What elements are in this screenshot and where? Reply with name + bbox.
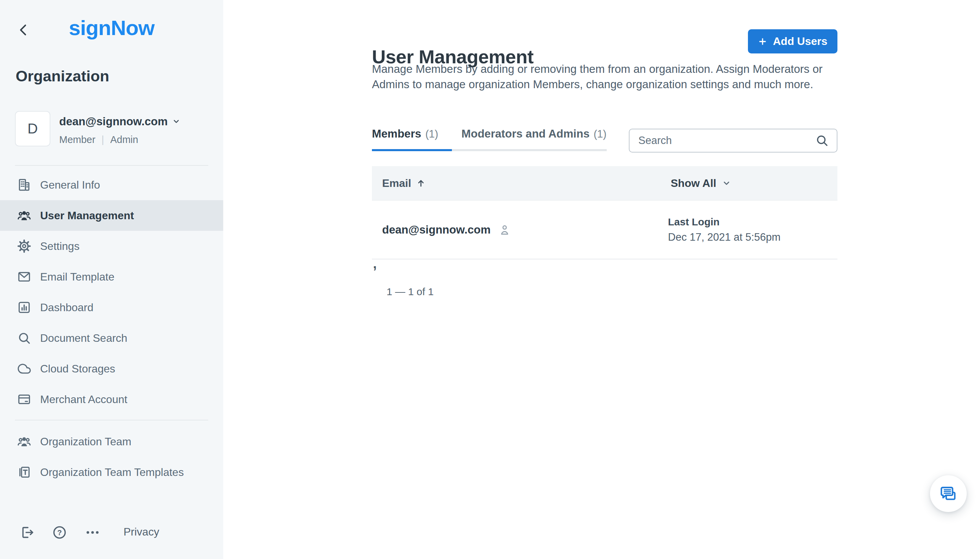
chevron-down-icon — [172, 117, 181, 126]
magnifier-icon — [16, 330, 32, 346]
sidebar-item-document-search[interactable]: Document Search — [0, 323, 223, 353]
last-login-value: Dec 17, 2021 at 5:56pm — [668, 231, 780, 243]
chevron-down-icon — [722, 179, 731, 188]
logout-icon — [19, 524, 35, 540]
search-input[interactable] — [638, 134, 810, 147]
sidebar-item-label: Document Search — [40, 332, 127, 344]
account-switcher[interactable]: dean@signnow.com — [59, 115, 181, 128]
sidebar-divider — [15, 165, 208, 166]
bar-chart-icon — [16, 299, 32, 315]
sidebar-item-label: Organization Team — [40, 435, 131, 448]
tabs: Members (1) Moderators and Admins (1) — [372, 127, 607, 151]
template-doc-icon — [16, 464, 32, 480]
account-roles: Member | Admin — [59, 134, 138, 146]
envelope-icon — [16, 269, 32, 284]
chat-icon — [939, 485, 957, 503]
show-all-dropdown[interactable]: Show All — [671, 166, 731, 200]
privacy-link[interactable]: Privacy — [124, 526, 159, 538]
search-box — [629, 129, 837, 152]
tab-moderators-and-admins[interactable]: Moderators and Admins (1) — [462, 127, 606, 151]
email-sort-header[interactable]: Email — [382, 166, 426, 200]
svg-text:?: ? — [57, 528, 62, 537]
arrow-up-icon — [416, 178, 426, 188]
sidebar-nav-secondary: Organization Team Organization Team Temp… — [0, 426, 223, 488]
credit-card-icon — [16, 392, 32, 407]
avatar: D — [15, 111, 50, 146]
logout-button[interactable] — [19, 524, 35, 541]
users-icon — [16, 208, 32, 223]
sidebar-item-user-management[interactable]: User Management — [0, 200, 223, 231]
add-users-label: Add Users — [773, 35, 827, 48]
member-email-cell: dean@signnow.com — [382, 200, 511, 259]
ellipsis-icon — [85, 524, 101, 540]
tab-members[interactable]: Members (1) — [372, 127, 452, 151]
sidebar-item-organization-team-templates[interactable]: Organization Team Templates — [0, 457, 223, 488]
gear-icon — [16, 238, 32, 254]
sidebar-item-label: Email Template — [40, 271, 114, 283]
sidebar-item-label: General Info — [40, 179, 100, 191]
building-icon — [16, 177, 32, 193]
email-header-label: Email — [382, 177, 411, 190]
tab-label: Moderators and Admins — [462, 127, 590, 140]
sidebar-item-label: Merchant Account — [40, 393, 127, 406]
sidebar-item-label: Settings — [40, 240, 80, 253]
pagination-status: 1 — 1 of 1 — [386, 286, 434, 298]
avatar-initial: D — [28, 121, 38, 137]
sidebar-item-label: Dashboard — [40, 301, 94, 314]
table-header: Email Show All — [372, 166, 837, 200]
tab-count: (1) — [426, 128, 438, 140]
stray-character: , — [373, 256, 377, 271]
sidebar-item-general-info[interactable]: General Info — [0, 170, 223, 200]
person-icon — [498, 223, 511, 236]
sidebar-item-cloud-storages[interactable]: Cloud Storages — [0, 353, 223, 384]
tab-count: (1) — [594, 128, 607, 140]
chat-fab-button[interactable] — [930, 475, 967, 512]
show-all-label: Show All — [671, 177, 716, 190]
help-icon: ? — [52, 524, 68, 540]
last-login-label: Last Login — [668, 216, 780, 228]
sidebar-section-title: Organization — [16, 68, 109, 85]
sidebar-item-email-template[interactable]: Email Template — [0, 261, 223, 292]
sidebar-item-settings[interactable]: Settings — [0, 231, 223, 261]
search-icon[interactable] — [815, 134, 829, 148]
cloud-icon — [16, 361, 32, 377]
more-button[interactable] — [84, 524, 101, 541]
sidebar-item-merchant-account[interactable]: Merchant Account — [0, 384, 223, 415]
page-description: Manage Members by adding or removing the… — [372, 61, 831, 92]
sidebar-item-label: Organization Team Templates — [40, 466, 184, 479]
sidebar-divider — [15, 420, 208, 420]
sidebar-item-label: Cloud Storages — [40, 362, 115, 375]
users-icon — [16, 434, 32, 449]
member-email: dean@signnow.com — [382, 223, 491, 236]
sidebar-nav: General Info User Management — [0, 170, 223, 415]
member-row[interactable]: dean@signnow.com Last Login Dec 17, 2021… — [372, 200, 837, 260]
plus-icon — [758, 37, 767, 46]
sidebar-item-organization-team[interactable]: Organization Team — [0, 426, 223, 457]
signnow-logo: signNow — [0, 16, 223, 40]
tab-label: Members — [372, 127, 421, 140]
description-line: Manage Members by adding or removing the… — [372, 61, 831, 77]
sidebar-item-dashboard[interactable]: Dashboard — [0, 292, 223, 323]
role-separator: | — [101, 134, 104, 146]
sidebar-item-label: User Management — [40, 209, 134, 222]
sidebar: signNow Organization D dean@signnow.com … — [0, 0, 223, 559]
sidebar-footer: ? Privacy — [0, 524, 223, 541]
add-users-button[interactable]: Add Users — [748, 29, 837, 53]
help-button[interactable]: ? — [51, 524, 68, 541]
account-email: dean@signnow.com — [59, 115, 168, 128]
description-line: Admins to manage organization Members, c… — [372, 77, 831, 92]
role-admin: Admin — [110, 134, 138, 146]
role-member: Member — [59, 134, 95, 146]
last-login-cell: Last Login Dec 17, 2021 at 5:56pm — [668, 216, 780, 243]
